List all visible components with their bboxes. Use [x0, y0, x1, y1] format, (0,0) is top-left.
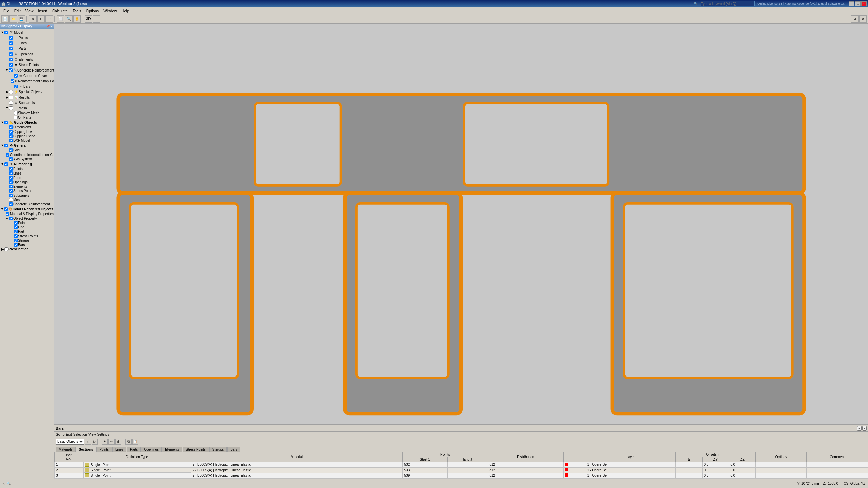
menu-file[interactable]: File — [1, 8, 12, 13]
zoom-button[interactable]: 🔍 — [65, 15, 73, 23]
check-bars[interactable] — [14, 85, 18, 88]
tree-item-num-parts[interactable]: Parts — [0, 176, 54, 180]
check-specialobj[interactable] — [9, 90, 13, 94]
tree-item-clippingbox[interactable]: Clipping Box — [0, 129, 54, 134]
bottom-panel-close[interactable]: × — [862, 426, 867, 431]
tree-item-num-points[interactable]: Points — [0, 167, 54, 171]
check-num-points[interactable] — [9, 167, 13, 171]
expand-guideobj[interactable]: ▼ — [1, 121, 4, 124]
tab-parts[interactable]: Parts — [127, 447, 141, 452]
check-col-line[interactable] — [14, 225, 18, 229]
check-col-stirrups[interactable] — [14, 239, 18, 242]
check-num-elements[interactable] — [9, 185, 13, 188]
check-objectprop[interactable] — [9, 217, 13, 220]
print-button[interactable]: 🖨 — [29, 15, 37, 23]
table-row[interactable]: 3 Single | Point 2 - B500S(A) | Isotropi… — [55, 473, 868, 478]
check-simplemesh[interactable] — [14, 111, 18, 115]
tree-item-guideobj[interactable]: ▼ 📐 Guide Objects — [0, 120, 54, 125]
menu-selection[interactable]: Selection — [73, 433, 87, 436]
tree-item-points[interactable]: · Points — [0, 35, 54, 40]
tree-item-col-stirrups[interactable]: Stirrups — [0, 238, 54, 243]
viewtop-button[interactable]: ⊤ — [93, 15, 100, 23]
check-matdisplay[interactable] — [6, 212, 9, 216]
tree-item-num-mesh[interactable]: Mesh — [0, 198, 54, 202]
check-num-stresspoints[interactable] — [9, 189, 13, 193]
check-parts[interactable] — [9, 47, 13, 50]
tree-item-grid[interactable]: Grid — [0, 148, 54, 152]
menu-calculate[interactable]: Calculate — [50, 8, 70, 13]
check-numbering[interactable] — [4, 162, 8, 166]
check-lines[interactable] — [9, 41, 13, 45]
menu-view[interactable]: View — [23, 8, 36, 13]
tree-item-num-lines[interactable]: Lines — [0, 171, 54, 176]
btbar-paste[interactable]: 📋 — [132, 439, 138, 445]
tree-item-num-subpanels[interactable]: Subpanels — [0, 193, 54, 198]
tab-materials[interactable]: Materials — [56, 447, 76, 452]
check-general[interactable] — [4, 144, 8, 147]
tree-item-general[interactable]: ▼ ⚙ General — [0, 143, 54, 148]
tree-item-simplemesh[interactable]: Simplex Mesh — [0, 111, 54, 115]
check-colors[interactable] — [4, 207, 8, 211]
redo-button[interactable]: ↪ — [45, 15, 53, 23]
expand-general[interactable]: ▼ — [1, 144, 4, 147]
tree-item-axissystem[interactable]: Axis System — [0, 157, 54, 161]
check-dxfmodel[interactable] — [9, 139, 13, 142]
check-num-lines[interactable] — [9, 171, 13, 175]
check-clippingplane[interactable] — [9, 134, 13, 138]
tree-item-num-stresspoints[interactable]: Stress Points — [0, 189, 54, 193]
btbar-edit[interactable]: ✏ — [108, 439, 115, 445]
check-concreinf[interactable] — [9, 68, 13, 72]
pan-button[interactable]: ✋ — [73, 15, 81, 23]
tree-item-elements[interactable]: ◫ Elements — [0, 57, 54, 62]
save-button[interactable]: 💾 — [18, 15, 25, 23]
check-stresspoints[interactable] — [9, 63, 13, 67]
check-mesh[interactable] — [9, 106, 13, 110]
select-button[interactable]: ⬜ — [57, 15, 64, 23]
expand-colors[interactable]: ▼ — [1, 207, 4, 211]
basic-objects-select[interactable]: Basic Objects — [56, 439, 84, 445]
tree-item-colors[interactable]: ▼ 🎨 Colors Rendered Objects by — [0, 206, 54, 212]
check-col-bars[interactable] — [14, 243, 18, 247]
check-coordinfo[interactable] — [6, 153, 9, 157]
tab-sections[interactable]: Sections — [76, 447, 96, 452]
nav-pin-button[interactable]: 📌 — [46, 25, 50, 28]
tree-item-results[interactable]: ▶ 📊 Results — [0, 95, 54, 100]
tab-points[interactable]: Points — [96, 447, 112, 452]
menu-edit[interactable]: Edit — [66, 433, 72, 436]
tree-item-col-points[interactable]: Points — [0, 221, 54, 225]
tree-item-dimensions[interactable]: Dimensions — [0, 125, 54, 129]
tree-item-lines[interactable]: — Lines — [0, 40, 54, 46]
tab-bars[interactable]: Bars — [227, 447, 240, 452]
tab-openings[interactable]: Openings — [141, 447, 162, 452]
check-col-part[interactable] — [14, 230, 18, 233]
check-preselection[interactable] — [4, 247, 8, 251]
check-results[interactable] — [9, 96, 13, 99]
maximize-button[interactable]: □ — [855, 1, 861, 6]
tree-item-mesh[interactable]: ▼ ⊞ Mesh — [0, 105, 54, 111]
check-points[interactable] — [9, 36, 13, 40]
viewport[interactable] — [54, 24, 868, 479]
tree-item-specialobj[interactable]: ▶ ⚡ Special Objects — [0, 89, 54, 95]
minimize-button[interactable]: – — [849, 1, 854, 6]
tree-item-preselection[interactable]: ▶ Preselection — [0, 247, 54, 251]
check-grid[interactable] — [9, 148, 13, 152]
tree-item-conccover[interactable]: ▭ Concrete Cover — [0, 73, 54, 78]
btbar-btn1[interactable]: ◁ — [85, 439, 91, 445]
tree-item-clippingplane[interactable]: Clipping Plane — [0, 134, 54, 138]
menu-window[interactable]: Window — [101, 8, 119, 13]
zoom-icon[interactable]: 🔍 — [7, 482, 11, 485]
tree-item-subpanels[interactable]: ⊞ Subpanels — [0, 100, 54, 105]
check-axissystem[interactable] — [9, 157, 13, 161]
tab-stirrups[interactable]: Stirrups — [209, 447, 227, 452]
check-num-openings[interactable] — [9, 180, 13, 184]
tab-stresspoints[interactable]: Stress Points — [183, 447, 209, 452]
search-input[interactable] — [701, 1, 755, 6]
tree-item-col-stress[interactable]: Stress Points — [0, 234, 54, 238]
table-row[interactable]: 2 Single | Point 2 - B500S(A) | Isotropi… — [55, 467, 868, 473]
check-num-parts[interactable] — [9, 176, 13, 180]
cursor-icon[interactable]: ↖ — [3, 482, 5, 485]
close-view-button[interactable]: ✕ — [859, 15, 867, 23]
btbar-del[interactable]: 🗑 — [115, 439, 121, 445]
check-dimensions[interactable] — [9, 125, 13, 129]
tree-item-objectprop[interactable]: ▼ Object Property — [0, 216, 54, 221]
